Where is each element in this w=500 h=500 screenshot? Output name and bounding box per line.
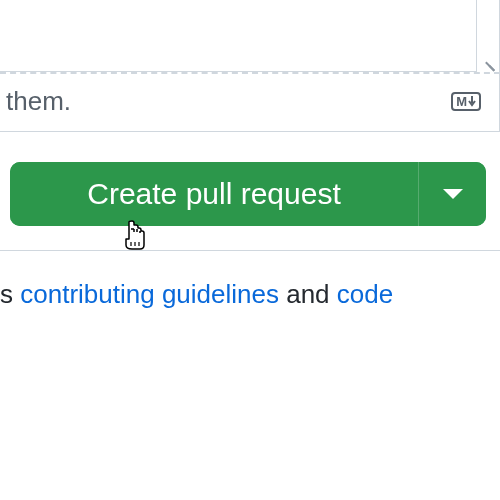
comment-editor[interactable] — [0, 0, 500, 72]
actions-row: Create pull request — [0, 132, 500, 250]
guidelines-text: s contributing guidelines and code — [0, 251, 500, 310]
editor-footer: them. M — [0, 74, 500, 132]
create-pr-button[interactable]: Create pull request — [10, 162, 418, 226]
contributing-guidelines-link[interactable]: contributing guidelines — [20, 279, 279, 309]
markdown-icon[interactable]: M — [451, 92, 481, 111]
create-pr-split-button: Create pull request — [10, 162, 486, 226]
footer-hint-text: them. — [6, 86, 71, 117]
create-pr-label: Create pull request — [87, 177, 340, 211]
code-link[interactable]: code — [337, 279, 393, 309]
text-connector: and — [279, 279, 337, 309]
resize-handle-icon[interactable] — [481, 54, 497, 70]
chevron-down-icon — [443, 189, 463, 199]
create-pr-dropdown-button[interactable] — [418, 162, 486, 226]
text-fragment: s — [0, 279, 20, 309]
